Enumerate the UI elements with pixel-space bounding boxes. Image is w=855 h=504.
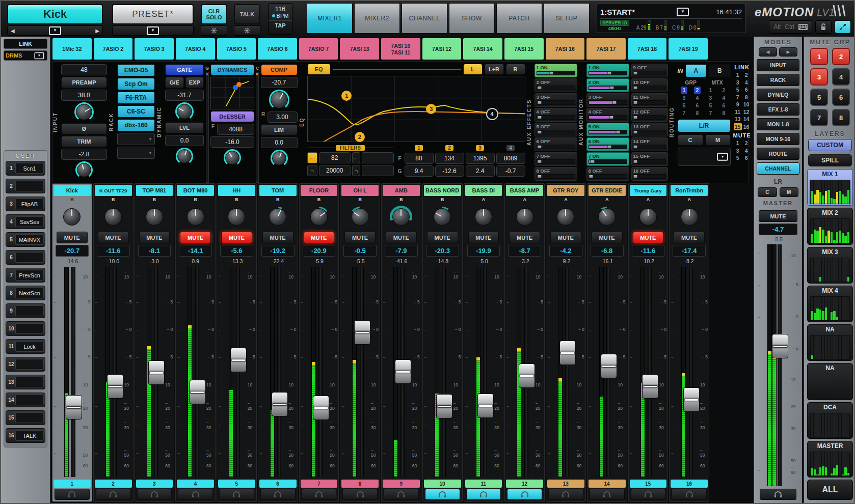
input-tile[interactable]: 7ASIO 6 [257,38,298,60]
master-cue-button[interactable]: C [758,187,777,197]
mode-dyn-eq[interactable]: DYN/EQ [757,89,799,101]
fader-track[interactable] [473,266,495,478]
aux-send-handle[interactable] [633,86,638,90]
mode-mon-1-8[interactable]: MON 1-8 [757,118,799,130]
mute-grp-3[interactable]: 3 [810,68,828,86]
fader-track[interactable] [102,266,124,478]
grp-8[interactable]: 8 [694,109,701,117]
link-num-11[interactable]: 11 [734,108,742,116]
link-num-8[interactable]: 8 [742,94,751,101]
fader-value[interactable]: -7.9 [385,245,418,257]
fader-cap[interactable] [601,354,617,378]
mute-button[interactable]: MUTE [344,232,376,243]
eq-band-header-4[interactable]: 4 [506,145,515,151]
session-dropdown-icon[interactable]: ▼ [677,8,689,16]
channel-cue-button[interactable] [548,489,583,500]
eq-graph[interactable]: 1234 [307,76,525,142]
pan-knob[interactable] [74,102,94,122]
channel-name[interactable]: GTR EDDIE [589,185,626,196]
channel-cue-button[interactable] [302,489,337,500]
exp-button[interactable]: EXP [185,77,204,88]
preamp-button[interactable]: PREAMP [61,77,107,88]
channel-name[interactable]: RonTrmbn [671,185,708,196]
input-tile[interactable]: 7ASI 18 [627,38,667,60]
lock-button[interactable] [815,20,832,34]
fader-value[interactable]: -14.1 [179,245,212,257]
channel-cue-button[interactable] [466,489,501,500]
link-num-15[interactable]: 15 [734,123,742,131]
aux-send-mon2-12[interactable]: 12 OFF [631,108,668,122]
input-tile[interactable]: 7ASIO 7 [299,38,339,60]
aux-send-slider[interactable] [537,115,575,120]
aux-send-fx-8[interactable]: 8 OFF [535,167,577,181]
aux-send-slider[interactable] [633,130,666,134]
rack-slot-2[interactable]: Scp Om [117,78,155,90]
aux-send-handle[interactable] [537,130,542,134]
mode-rack[interactable]: RACK [757,74,799,86]
fader-track[interactable] [267,266,289,478]
tap-button[interactable]: TAP [269,20,292,29]
eq-band-1-freq[interactable]: 80 [405,153,434,164]
trim-value[interactable]: -2.8 [61,149,107,160]
aux-send-slider[interactable] [537,86,575,90]
pan-knob[interactable] [75,161,93,179]
fader-cap[interactable] [230,348,247,372]
aux-send-handle[interactable] [537,160,542,163]
tab-mixer1[interactable]: MIXER1 [307,3,353,34]
mode-route[interactable]: ROUTE [757,148,799,160]
fader-value[interactable]: -20.9 [303,245,336,257]
user-slot-8[interactable]: 8NextScn [6,286,45,300]
user-slot-14[interactable]: 14 [6,393,45,407]
tab-setup[interactable]: SETUP [544,3,590,34]
aux-send-handle[interactable] [537,101,542,104]
routing-mono-button[interactable]: M [705,134,731,146]
mtx-1[interactable]: 1 [707,87,714,94]
pan-knob[interactable] [638,207,658,227]
aux-send-slider[interactable] [537,174,575,179]
channel-name[interactable]: BASS NORD [424,185,461,196]
rack-slot-3[interactable]: F6-RTA [117,92,155,104]
aux-send-handle[interactable] [537,86,542,90]
channel-name[interactable]: BASS DI [465,185,502,196]
fader-track[interactable] [765,243,791,487]
pan-knob[interactable] [185,207,206,227]
channel-name[interactable]: BOT M80 [177,185,214,196]
pan-knob[interactable] [391,207,411,227]
pan-knob[interactable] [175,102,194,121]
aux-send-mon2-15[interactable]: 15 OFF [631,152,668,166]
link-num-2[interactable]: 2 [742,71,751,79]
aux-send-fx-3[interactable]: 3 OFF [535,93,577,107]
fader-value[interactable]: -0.5 [343,245,377,257]
channel-cue-button[interactable] [507,489,542,500]
channel-name[interactable]: TOP M81 [136,185,173,196]
fader-cap[interactable] [190,380,206,404]
aux-send-slider[interactable] [589,71,627,75]
user-slot-15[interactable]: 15 [6,410,45,425]
master-mute-button[interactable]: MUTE [759,210,797,222]
eq-band-header-3[interactable]: 3 [476,145,484,151]
input-tile[interactable]: 7ASI 12 [422,38,462,60]
aux-send-slider[interactable] [589,100,627,105]
mute-button[interactable]: MUTE [592,232,623,243]
limiter-button[interactable]: LIM [261,124,298,135]
fader-cap[interactable] [66,395,82,419]
fader-value[interactable]: -11.6 [97,245,130,257]
rack-slot-1[interactable]: EMO-D5 [117,64,155,76]
user-slot-7[interactable]: 7PrevScn [6,268,45,283]
eq-routing-lplusr[interactable]: L+R [485,64,504,75]
aux-send-slider[interactable] [633,86,666,90]
fader-cap[interactable] [436,394,452,418]
layer-tile-all[interactable]: ALL [807,480,853,500]
aux-send-fx-4[interactable]: 4 OFF [535,108,577,122]
grp-1[interactable]: 1 [681,87,687,94]
rack-slot-5[interactable]: dbx-160 [117,119,155,131]
channel-select-display[interactable]: Kick [7,4,103,24]
input-tile[interactable]: 7ASI 14 [463,38,503,60]
user-slot-11[interactable]: 11Lock [6,339,45,354]
window-resize-button[interactable] [835,20,851,34]
aux-send-handle[interactable] [633,71,638,75]
mtx-7[interactable]: 7 [707,109,714,117]
channel-name[interactable]: Trump Gary [630,185,667,196]
hpf-freq-value[interactable]: 82 [319,152,351,163]
mute-grp-1[interactable]: 1 [810,48,828,65]
